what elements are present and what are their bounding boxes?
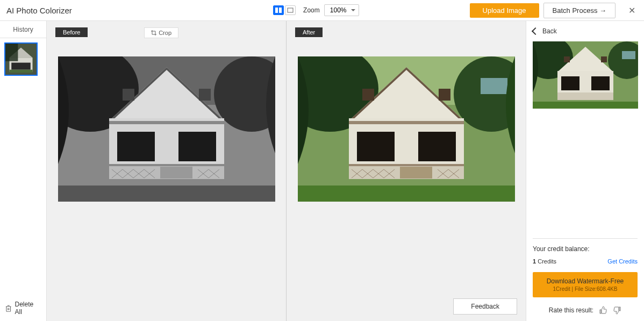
history-thumbnail[interactable] <box>4 42 38 76</box>
zoom-select[interactable]: 100% <box>324 4 359 16</box>
batch-process-button[interactable]: Batch Process → <box>543 3 616 18</box>
before-image <box>58 56 275 202</box>
rate-label: Rate this result: <box>549 306 593 314</box>
svg-rect-69 <box>622 51 635 59</box>
download-main-label: Download Watermark-Free <box>537 277 633 285</box>
svg-rect-46 <box>439 89 450 101</box>
svg-rect-74 <box>561 76 579 90</box>
zoom-label: Zoom <box>303 6 320 14</box>
view-toggle-group <box>273 5 296 15</box>
credit-balance-label: Your credit balance: <box>533 245 638 253</box>
crop-icon <box>151 30 156 35</box>
crop-button[interactable]: Crop <box>144 27 178 38</box>
svg-rect-16 <box>123 89 134 101</box>
svg-rect-0 <box>275 8 278 13</box>
download-button[interactable]: Download Watermark-Free 1Credit | File S… <box>533 272 638 297</box>
svg-rect-76 <box>557 92 613 100</box>
svg-rect-36 <box>58 186 275 202</box>
svg-rect-47 <box>349 121 464 124</box>
svg-rect-45 <box>362 89 374 101</box>
svg-rect-64 <box>400 167 432 179</box>
split-view-toggle[interactable] <box>273 5 284 15</box>
svg-rect-6 <box>5 44 18 61</box>
svg-rect-51 <box>349 164 464 166</box>
svg-rect-77 <box>533 102 638 109</box>
credit-value: 1 Credits <box>533 258 556 265</box>
thumbs-up-icon[interactable] <box>599 306 607 315</box>
history-tab[interactable]: History <box>0 21 46 38</box>
svg-rect-17 <box>199 89 211 101</box>
svg-rect-49 <box>418 132 456 161</box>
upload-image-button[interactable]: Upload Image <box>470 3 539 18</box>
svg-rect-48 <box>357 132 395 161</box>
svg-rect-8 <box>9 70 32 73</box>
back-button[interactable]: Back <box>533 27 638 35</box>
single-view-toggle[interactable] <box>285 5 296 15</box>
trash-icon <box>5 305 11 312</box>
delete-all-button[interactable]: Delete All <box>0 295 46 321</box>
download-sub-label: 1Credit | File Size:608.4KB <box>537 286 633 292</box>
back-label: Back <box>542 27 557 35</box>
svg-rect-19 <box>117 132 155 161</box>
get-credits-link[interactable]: Get Credits <box>607 258 638 265</box>
after-pane: After <box>287 21 526 321</box>
svg-rect-18 <box>109 121 224 124</box>
split-view-icon <box>275 8 282 13</box>
after-label: After <box>295 27 323 37</box>
svg-rect-22 <box>109 164 224 166</box>
thumbnail-image <box>5 44 37 75</box>
chevron-left-icon <box>532 27 539 35</box>
svg-rect-7 <box>11 63 31 70</box>
svg-rect-65 <box>298 186 515 202</box>
svg-rect-20 <box>178 132 216 161</box>
app-title: AI Photo Colorizer <box>6 6 162 15</box>
thumbs-down-icon[interactable] <box>613 306 621 315</box>
delete-all-label: Delete All <box>15 301 41 316</box>
result-preview <box>533 41 638 109</box>
after-image <box>298 56 515 202</box>
before-pane: Before Crop <box>47 21 286 321</box>
svg-rect-2 <box>288 8 293 12</box>
svg-rect-72 <box>564 56 570 62</box>
svg-rect-41 <box>481 78 507 94</box>
single-view-icon <box>287 8 294 13</box>
svg-rect-75 <box>591 76 610 90</box>
close-icon[interactable]: ✕ <box>626 3 638 18</box>
svg-rect-73 <box>601 56 607 62</box>
before-label: Before <box>55 27 88 37</box>
svg-rect-1 <box>279 8 282 13</box>
crop-label: Crop <box>159 30 171 36</box>
svg-rect-35 <box>160 167 192 179</box>
feedback-button[interactable]: Feedback <box>453 298 517 315</box>
